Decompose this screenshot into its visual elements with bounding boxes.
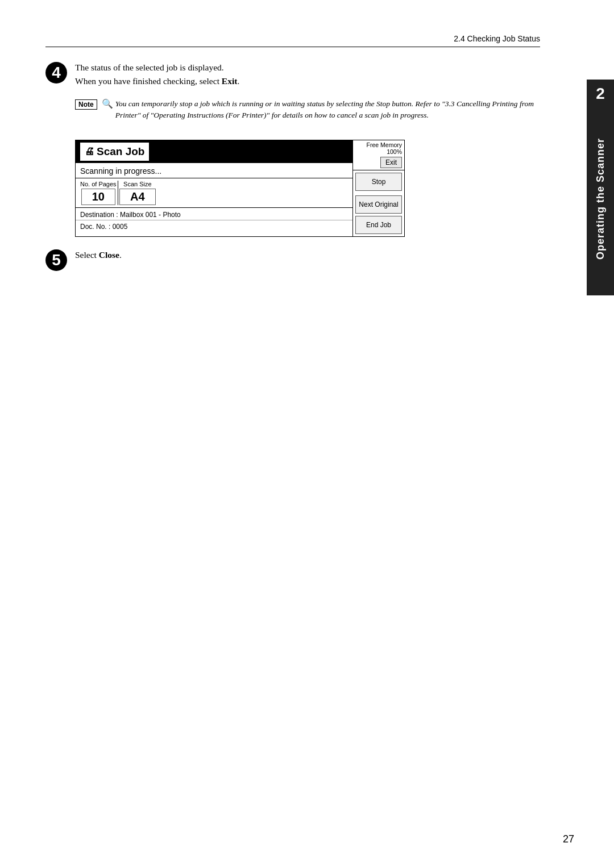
step-5-number: 5 [45,249,67,271]
scanner-buttons: Stop Next Original End Job [353,170,404,236]
step-4-text: The status of the selected job is displa… [75,61,239,88]
section-header: 2.4 Checking Job Status [45,34,540,47]
pages-stat: No. of Pages 10 [80,181,117,205]
scanner-title-icon: 🖨 [85,146,94,157]
note-icon: 🔍 [102,98,113,109]
step-4-line2: When you have finished checking, select … [75,74,239,88]
step-4-line1: The status of the selected job is displa… [75,61,239,74]
steps-container: 4 The status of the selected job is disp… [45,61,540,271]
scan-size-label: Scan Size [123,181,152,187]
scanner-doc-no: Doc. No. : 0005 [76,220,352,233]
scanner-status: Scanning in progress... [76,163,352,178]
scanner-ui-mockup: 🖨 Scan Job Scanning in progress... No. o… [75,140,405,237]
note-badge: Note [75,99,97,110]
scanner-title-area: 🖨 Scan Job [80,143,149,161]
note-text: You can temporarily stop a job which is … [115,98,540,122]
scanner-header-bar: 🖨 Scan Job [76,140,352,163]
chapter-side-tab: Operating the Scanner [587,102,614,295]
stat-divider [118,181,119,205]
scanner-stats: No. of Pages 10 Scan Size A4 [76,178,352,208]
scanner-title-text: Scan Job [97,145,144,158]
pages-label: No. of Pages [80,181,117,187]
page-number: 27 [563,833,574,845]
scan-size-value: A4 [119,189,156,205]
step-4-item: 4 The status of the selected job is disp… [45,61,540,88]
step-5-text: Select Close. [75,248,122,262]
section-title: 2.4 Checking Job Status [454,34,540,43]
stop-button[interactable]: Stop [355,173,402,191]
scan-size-stat: Scan Size A4 [119,181,156,205]
scanner-destination: Destination : Mailbox 001 - Photo [76,208,352,220]
exit-area[interactable]: Exit [353,155,404,170]
main-content: 2.4 Checking Job Status 4 The status of … [45,34,574,271]
free-memory-label: Free Memory 100% [353,140,404,155]
pages-value: 10 [81,189,115,205]
end-job-button[interactable]: End Job [355,216,402,234]
step-5-item: 5 Select Close. [45,248,540,271]
scanner-right-panel: Free Memory 100% Exit Stop Next Original… [353,140,404,236]
exit-button[interactable]: Exit [380,157,402,168]
next-original-button[interactable]: Next Original [355,195,402,214]
scanner-left-panel: 🖨 Scan Job Scanning in progress... No. o… [76,140,353,236]
note-container: Note 🔍 You can temporarily stop a job wh… [75,98,540,122]
step-4-number: 4 [45,62,67,84]
